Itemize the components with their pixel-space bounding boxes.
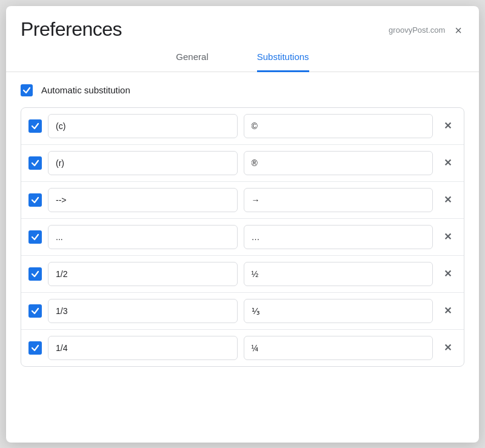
header-right: groovyPost.com × xyxy=(389,18,464,38)
preferences-dialog: Preferences groovyPost.com × General Sub… xyxy=(6,6,479,443)
from-input-6[interactable] xyxy=(48,299,238,323)
dialog-title: Preferences xyxy=(21,18,122,41)
substitutions-scroll[interactable]: ✕ ✕ xyxy=(21,108,464,366)
from-input-3[interactable] xyxy=(48,188,238,212)
row-checkbox-1[interactable] xyxy=(28,119,42,133)
to-input-3[interactable] xyxy=(244,188,433,212)
to-input-7[interactable] xyxy=(244,336,433,360)
tab-general[interactable]: General xyxy=(176,52,208,72)
from-input-7[interactable] xyxy=(48,336,238,360)
tab-content: Automatic substitution ✕ xyxy=(6,72,479,381)
row-checkbox-6[interactable] xyxy=(28,304,42,318)
tabs-bar: General Substitutions xyxy=(6,41,479,72)
row-checkbox-5[interactable] xyxy=(28,267,42,281)
delete-button-2[interactable]: ✕ xyxy=(439,156,457,170)
table-row: ✕ xyxy=(21,293,464,330)
auto-substitution-row: Automatic substitution xyxy=(21,84,464,96)
substitutions-table: ✕ ✕ xyxy=(21,107,464,367)
row-checkbox-7[interactable] xyxy=(28,341,42,355)
delete-button-4[interactable]: ✕ xyxy=(439,230,457,244)
auto-substitution-checkbox[interactable] xyxy=(21,84,33,96)
delete-button-6[interactable]: ✕ xyxy=(439,304,457,318)
table-row: ✕ xyxy=(21,182,464,219)
to-input-5[interactable] xyxy=(244,262,433,286)
from-input-5[interactable] xyxy=(48,262,238,286)
close-button[interactable]: × xyxy=(452,23,464,38)
to-input-6[interactable] xyxy=(244,299,433,323)
from-input-4[interactable] xyxy=(48,225,238,249)
row-checkbox-3[interactable] xyxy=(28,193,42,207)
delete-button-1[interactable]: ✕ xyxy=(439,119,457,133)
row-checkbox-2[interactable] xyxy=(28,156,42,170)
tab-substitutions[interactable]: Substitutions xyxy=(257,52,309,72)
table-row: ✕ xyxy=(21,256,464,293)
to-input-1[interactable] xyxy=(244,114,433,138)
delete-button-5[interactable]: ✕ xyxy=(439,267,457,281)
row-checkbox-4[interactable] xyxy=(28,230,42,244)
table-row: ✕ xyxy=(21,145,464,182)
from-input-1[interactable] xyxy=(48,114,238,138)
delete-button-3[interactable]: ✕ xyxy=(439,193,457,207)
delete-button-7[interactable]: ✕ xyxy=(439,341,457,355)
to-input-4[interactable] xyxy=(244,225,433,249)
table-row: ✕ xyxy=(21,219,464,256)
auto-substitution-label: Automatic substitution xyxy=(41,85,130,95)
table-row: ✕ xyxy=(21,108,464,145)
to-input-2[interactable] xyxy=(244,151,433,175)
from-input-2[interactable] xyxy=(48,151,238,175)
groovy-label: groovyPost.com xyxy=(389,25,445,35)
dialog-header: Preferences groovyPost.com × xyxy=(6,6,479,41)
table-row: ✕ xyxy=(21,330,464,366)
